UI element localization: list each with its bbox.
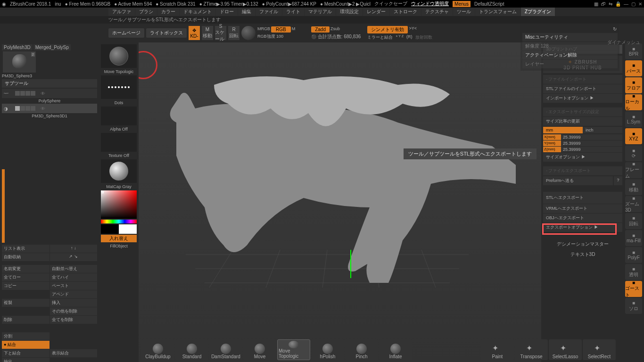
- left-btn-6-0[interactable]: 削除: [2, 316, 50, 324]
- dim-Y(mm)[interactable]: Y(mm)25.39999: [543, 140, 622, 146]
- project-tab-0[interactable]: PolyMesh3D: [2, 44, 33, 50]
- export-options-button[interactable]: エクスポートオプション ▶: [543, 223, 622, 232]
- menu-環境設定[interactable]: 環境設定: [336, 8, 363, 16]
- strip-ソロ[interactable]: ■ソロ: [625, 298, 642, 314]
- lock-icon[interactable]: 🔒: [615, 1, 621, 7]
- layout-icon[interactable]: 🗗: [601, 1, 606, 7]
- scale-button[interactable]: Sスケール: [215, 26, 226, 40]
- dim-X(mm)[interactable]: X(mm)25.39999: [543, 134, 622, 140]
- strip-ローカル[interactable]: ■ローカル: [625, 94, 642, 110]
- brush-Move[interactable]: Move: [243, 339, 276, 360]
- alpha-preview[interactable]: [101, 107, 137, 125]
- symmetry-button[interactable]: シンメトリ有効: [367, 26, 408, 33]
- brush-ClayBuildup[interactable]: ClayBuildup: [141, 339, 174, 360]
- left-btn-10-1[interactable]: 表示結合: [50, 349, 98, 357]
- strip-パース[interactable]: ■パース: [625, 60, 642, 76]
- menu-アルファ[interactable]: アルファ: [108, 8, 135, 16]
- inch-unit[interactable]: inch: [583, 127, 622, 133]
- swatch-white[interactable]: [119, 224, 137, 234]
- menu-カラー[interactable]: カラー: [157, 8, 179, 16]
- menu-トランスフォーム[interactable]: トランスフォーム: [475, 8, 520, 16]
- refresh-icon[interactable]: ↻: [613, 26, 617, 32]
- menu-ブラシ[interactable]: ブラシ: [135, 8, 157, 16]
- rotate-button[interactable]: R回転: [228, 26, 239, 40]
- left-btn-10-0[interactable]: 下と結合: [2, 349, 50, 357]
- mm-unit[interactable]: mm: [543, 127, 583, 133]
- lightbox-button[interactable]: ライトボックス: [146, 28, 187, 38]
- fill-object[interactable]: FillObject: [100, 243, 138, 249]
- left-btn-2-0[interactable]: コピー: [2, 282, 50, 290]
- strip-透明[interactable]: ■透明: [625, 264, 642, 280]
- window-transparency[interactable]: ウィンドウ透明度: [411, 0, 449, 7]
- rgb-intensity[interactable]: RGB強度 100: [257, 33, 295, 40]
- left-btn-9-0[interactable]: ● 結合: [2, 341, 50, 349]
- zadd-button[interactable]: Zadd: [311, 26, 330, 33]
- mirror-merge[interactable]: ミラーと結合: [367, 34, 393, 41]
- close-icon[interactable]: ✕: [638, 1, 642, 7]
- left-btn-5-1[interactable]: その他を削除: [50, 307, 98, 315]
- brush-Move Topologic[interactable]: Move Topologic: [277, 339, 310, 360]
- mrgb-label[interactable]: MRGB: [257, 26, 270, 33]
- grid-icon[interactable]: ▦: [594, 1, 598, 7]
- maximize-icon[interactable]: ▢: [631, 1, 636, 7]
- xyz-axes[interactable]: × Y Z: [396, 34, 404, 41]
- y-sym-label[interactable]: >Y<: [409, 26, 417, 33]
- nav-buttons[interactable]: ↗ ↘: [50, 253, 98, 261]
- dim-Z(mm)[interactable]: Z(mm)25.39999: [543, 147, 622, 152]
- menu-マテリアル[interactable]: マテリアル: [305, 8, 336, 16]
- unit-toggle[interactable]: mm inch: [543, 127, 622, 133]
- radiate-count[interactable]: 放射回数: [415, 34, 432, 41]
- texture-preview[interactable]: [101, 133, 137, 152]
- move-button[interactable]: M移動: [202, 26, 213, 40]
- swatch-black[interactable]: [101, 224, 119, 234]
- menu-ライト[interactable]: ライト: [282, 8, 304, 16]
- strip-フレーム[interactable]: ■フレーム: [625, 162, 642, 178]
- tool-Transpose[interactable]: ✦Transpose: [515, 339, 548, 360]
- help-button[interactable]: ?: [614, 176, 622, 185]
- import-options-button[interactable]: インポートオプション ▶: [543, 94, 622, 103]
- overlay-misc[interactable]: Miscユーティリティ: [522, 33, 618, 41]
- menu-レンダー[interactable]: レンダー: [363, 8, 389, 16]
- left-btn-1-1[interactable]: 全てハイ: [50, 273, 98, 281]
- strip-フロア[interactable]: ■フロア: [625, 77, 642, 93]
- auto-collapse-button[interactable]: 自動収納: [2, 253, 50, 261]
- strip-L.Sym[interactable]: ■L.Sym: [625, 111, 642, 127]
- left-btn-8-0[interactable]: 分割: [2, 332, 50, 340]
- obj-export-button[interactable]: OBJへエクスポート: [543, 214, 622, 222]
- vrml-export-button[interactable]: VRMLへエクスポート: [543, 204, 622, 213]
- list-view-button[interactable]: リスト表示: [2, 245, 50, 253]
- left-btn-0-0[interactable]: 名前変更: [2, 265, 50, 273]
- left-btn-4-1[interactable]: 挿入: [50, 299, 98, 307]
- subtool-row-1[interactable]: ◑ 👁: [2, 104, 97, 113]
- menus-button[interactable]: Menus: [453, 1, 471, 7]
- swap-button[interactable]: 入れ替え: [101, 235, 137, 242]
- menu-Zプラグイン[interactable]: Zプラグイン: [521, 8, 555, 16]
- strip-⟳[interactable]: ■⟳: [625, 145, 642, 161]
- strip-XYZ[interactable]: ■XYZ: [625, 128, 642, 144]
- overlay-activation[interactable]: アクティベーション解除: [522, 51, 618, 59]
- strip-ズーム3D[interactable]: ■ズーム3D: [625, 196, 642, 212]
- material-preview[interactable]: [241, 26, 256, 40]
- subtool-row-0[interactable]: 〰 👁: [2, 89, 97, 98]
- tool-thumbnail[interactable]: 2: [3, 51, 36, 73]
- material-preview[interactable]: [101, 159, 137, 183]
- project-tab-1[interactable]: Merged_PolySp: [33, 44, 71, 50]
- menu-ストローク[interactable]: ストローク: [390, 8, 421, 16]
- brush-preview[interactable]: [101, 44, 137, 68]
- edit-mode-icon[interactable]: ✥KD-: [189, 26, 200, 40]
- r-label[interactable]: (R): [406, 34, 413, 41]
- brush-Standard[interactable]: Standard: [175, 339, 208, 360]
- preform-button[interactable]: Preformへ送る: [543, 176, 613, 185]
- tool-SelectRect[interactable]: ✦SelectRect: [583, 339, 616, 360]
- tool-Paint[interactable]: ✦Paint: [481, 339, 514, 360]
- homepage-button[interactable]: ホームページ: [108, 28, 144, 38]
- left-btn-3-1[interactable]: アペンド: [50, 290, 98, 298]
- visibility-icon[interactable]: 👁: [41, 106, 45, 111]
- brush-Inflate[interactable]: Inflate: [379, 339, 412, 360]
- menu-ドロー[interactable]: ドロー: [216, 8, 238, 16]
- m-label[interactable]: M: [292, 26, 296, 33]
- left-btn-2-1[interactable]: ペースト: [50, 282, 98, 290]
- menu-編集[interactable]: 編集: [238, 8, 255, 16]
- stroke-preview[interactable]: [101, 75, 137, 99]
- brush-hPolish[interactable]: hPolish: [311, 339, 344, 360]
